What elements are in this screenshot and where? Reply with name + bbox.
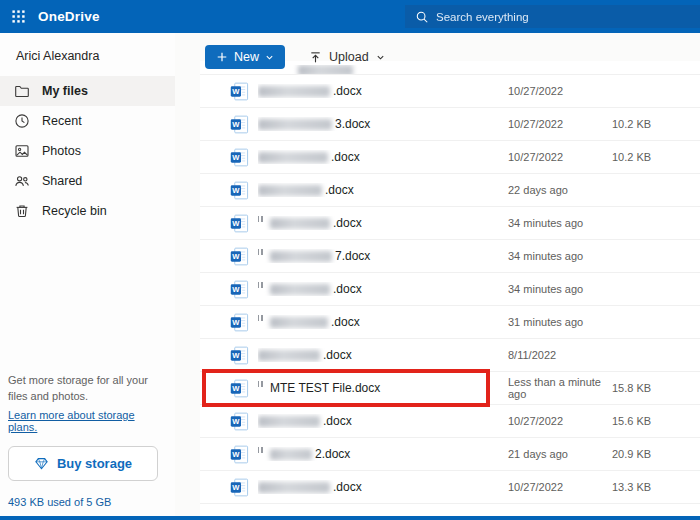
- redaction-mark: [258, 249, 265, 255]
- file-size: 15.8 KB: [612, 382, 700, 394]
- clock-icon: [14, 113, 30, 129]
- file-name[interactable]: .docx: [258, 348, 508, 362]
- file-modified-date: 34 minutes ago: [508, 217, 612, 229]
- file-icon-cell: W: [200, 214, 258, 233]
- file-row[interactable]: W 3.docx 10/27/2022 10.2 KB: [200, 108, 700, 141]
- word-file-icon: W: [230, 478, 249, 497]
- file-icon-cell: W: [200, 115, 258, 134]
- file-row[interactable]: W MTE TEST File.docx Less than a minute …: [200, 372, 700, 405]
- word-file-icon: W: [230, 181, 249, 200]
- sidebar-item-shared[interactable]: Shared: [0, 166, 175, 196]
- redacted-name: [258, 350, 320, 361]
- file-modified-date: 34 minutes ago: [508, 250, 612, 262]
- svg-text:W: W: [232, 120, 240, 129]
- photos-icon: [14, 143, 30, 159]
- word-file-icon: W: [230, 412, 249, 431]
- file-name[interactable]: .docx: [258, 282, 508, 296]
- redacted-name: [270, 251, 332, 262]
- search-input[interactable]: [436, 11, 666, 23]
- file-row[interactable]: W .docx 10/27/2022 13.3 KB: [200, 471, 700, 504]
- app-launcher-icon[interactable]: [0, 0, 36, 33]
- file-row[interactable]: W .docx 31 minutes ago: [200, 306, 700, 339]
- waffle-grid-icon: [11, 9, 26, 24]
- file-size: 20.9 KB: [612, 448, 700, 460]
- svg-text:W: W: [232, 219, 240, 228]
- storage-usage[interactable]: 493 KB used of 5 GB: [8, 496, 160, 508]
- svg-text:W: W: [232, 87, 240, 96]
- file-name[interactable]: 7.docx: [258, 249, 508, 263]
- sidebar-item-recycle-bin[interactable]: Recycle bin: [0, 196, 175, 226]
- file-name-suffix: .docx: [323, 414, 352, 428]
- file-icon-cell: W: [200, 82, 258, 101]
- redacted-name: [270, 284, 330, 295]
- file-modified-date: 10/27/2022: [508, 481, 612, 493]
- file-row[interactable]: W .docx 34 minutes ago: [200, 273, 700, 306]
- redacted-name: [270, 449, 312, 460]
- new-button-label: New: [234, 50, 259, 64]
- redacted-name: [258, 185, 322, 196]
- file-name-suffix: .docx: [331, 315, 360, 329]
- folder-icon: [14, 83, 30, 99]
- file-name[interactable]: .docx: [258, 150, 508, 164]
- chevron-down-icon: [376, 53, 385, 62]
- word-file-icon: W: [230, 445, 249, 464]
- redacted-name: [258, 482, 330, 493]
- recycle-bin-icon: [14, 203, 30, 219]
- app-title: OneDrive: [38, 9, 100, 24]
- word-file-icon: W: [230, 379, 249, 398]
- storage-plans-link[interactable]: Learn more about storage plans.: [8, 409, 160, 433]
- file-name[interactable]: .docx: [258, 216, 508, 230]
- sidebar-nav: My files Recent Photos Shared Recycle bi…: [0, 76, 175, 226]
- main-content: New Upload W: [175, 33, 700, 516]
- svg-text:W: W: [232, 483, 240, 492]
- upload-button-label: Upload: [329, 50, 369, 64]
- redacted-name: [258, 119, 332, 130]
- file-row[interactable]: W .docx 10/27/2022 10.2 KB: [200, 141, 700, 174]
- svg-text:W: W: [232, 252, 240, 261]
- file-icon-cell: W: [200, 247, 258, 266]
- file-row[interactable]: W 2.docx 21 days ago 20.9 KB: [200, 438, 700, 471]
- file-name[interactable]: .docx: [258, 315, 508, 329]
- file-row[interactable]: W .docx 8/11/2022: [200, 339, 700, 372]
- file-name[interactable]: .docx: [258, 84, 508, 98]
- redaction-mark: [258, 315, 265, 321]
- file-icon-cell: W: [200, 313, 258, 332]
- file-icon-cell: W: [200, 412, 258, 431]
- file-name[interactable]: 2.docx: [258, 447, 508, 461]
- file-icon-cell: W: [200, 346, 258, 365]
- file-name[interactable]: .docx: [258, 480, 508, 494]
- upload-button[interactable]: Upload: [303, 45, 391, 69]
- buy-storage-button[interactable]: Buy storage: [8, 446, 158, 481]
- file-row[interactable]: W .docx 10/27/2022 15.6 KB: [200, 405, 700, 438]
- file-row[interactable]: W .docx 34 minutes ago: [200, 207, 700, 240]
- file-size: 13.3 KB: [612, 481, 700, 493]
- svg-text:W: W: [232, 351, 240, 360]
- file-row[interactable]: W 7.docx 34 minutes ago: [200, 240, 700, 273]
- new-button[interactable]: New: [205, 45, 285, 69]
- sidebar-item-my-files[interactable]: My files: [0, 76, 175, 106]
- redacted-name: [258, 86, 330, 97]
- file-icon-cell: W: [200, 379, 258, 398]
- file-list: W W .docx 10/27/2022: [200, 61, 700, 516]
- word-file-icon: W: [230, 82, 249, 101]
- file-row[interactable]: W .docx 22 days ago: [200, 174, 700, 207]
- redaction-mark: [258, 381, 265, 387]
- file-name[interactable]: MTE TEST File.docx: [258, 381, 508, 395]
- redacted-name: [258, 152, 328, 163]
- svg-text:W: W: [232, 318, 240, 327]
- file-name[interactable]: .docx: [258, 183, 508, 197]
- file-modified-date: 10/27/2022: [508, 85, 612, 97]
- file-name[interactable]: 3.docx: [258, 117, 508, 131]
- file-name-suffix: .docx: [331, 150, 360, 164]
- file-icon-cell: W: [200, 148, 258, 167]
- sidebar-item-recent[interactable]: Recent: [0, 106, 175, 136]
- file-name[interactable]: .docx: [258, 414, 508, 428]
- svg-text:W: W: [232, 417, 240, 426]
- redaction-mark: [258, 447, 265, 453]
- file-row[interactable]: W .docx 10/27/2022: [200, 75, 700, 108]
- plus-icon: [216, 51, 228, 63]
- sidebar-item-photos[interactable]: Photos: [0, 136, 175, 166]
- upload-icon: [309, 51, 322, 64]
- svg-text:W: W: [232, 285, 240, 294]
- search-box[interactable]: [405, 5, 700, 28]
